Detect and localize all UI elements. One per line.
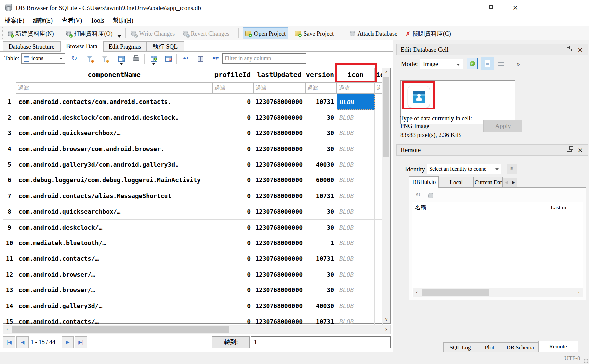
remote-list-hscrollbar[interactable]: ‹ ›	[413, 288, 583, 297]
dock-tab-sql-log[interactable]: SQL Log	[443, 342, 477, 352]
cell-componentName[interactable]: com.debug.loggerui/com.debug.loggerui.Ma…	[16, 172, 212, 188]
cell-version[interactable]: 40030	[305, 298, 337, 314]
cell-version[interactable]: 10731	[305, 251, 337, 267]
open-database-button[interactable]: ▸ 打開資料庫(O)	[64, 27, 123, 39]
cell-componentName[interactable]: com.android.contacts/com.android.contact…	[16, 94, 212, 110]
tab-browse-data[interactable]: Browse Data	[60, 41, 103, 52]
first-record-button[interactable]: |◀	[3, 336, 15, 348]
row-number[interactable]: 2	[3, 110, 16, 125]
column-filter-input[interactable]	[305, 82, 337, 94]
cell-lastUpdated[interactable]: 1230768000000	[253, 94, 305, 110]
cell-lastUpdated[interactable]: 1230768000000	[253, 125, 305, 141]
cell-icon-blob[interactable]: BLOB	[337, 251, 375, 267]
column-header-profileId[interactable]: profileId	[212, 68, 253, 82]
close-panel-icon[interactable]: ×	[577, 44, 583, 55]
column-filter-input[interactable]	[16, 82, 212, 94]
remote-list-hscroll-thumb[interactable]	[422, 289, 489, 296]
cell-partial[interactable]	[375, 251, 383, 267]
cell-icon-blob[interactable]: BLOB	[337, 157, 375, 172]
remote-clone-db-button[interactable]	[427, 190, 436, 199]
tab-scroll-left-icon[interactable]: ◀	[503, 178, 510, 187]
cell-lastUpdated[interactable]: 1230768000000	[253, 267, 305, 282]
cell-version[interactable]: 60000	[305, 172, 337, 188]
cell-profileId[interactable]: 0	[212, 204, 253, 219]
cell-lastUpdated[interactable]: 1230768000000	[253, 204, 305, 219]
revert-changes-button[interactable]: ↶ Revert Changes	[181, 27, 231, 39]
row-number[interactable]: 13	[3, 282, 16, 298]
cell-partial[interactable]	[375, 125, 383, 141]
row-number[interactable]: 5	[3, 157, 16, 172]
close-button[interactable]: ×	[508, 3, 523, 13]
menu-item-4[interactable]: 幫助(H)	[109, 15, 138, 26]
scroll-left-icon[interactable]: ‹	[413, 288, 421, 297]
column-filter-input[interactable]	[337, 82, 374, 94]
cell-icon-blob[interactable]: BLOB	[337, 172, 375, 188]
horizontal-scrollbar[interactable]: ‹ ›	[3, 325, 391, 334]
row-number[interactable]: 14	[3, 298, 16, 314]
cell-profileId[interactable]: 0	[212, 220, 253, 235]
row-number[interactable]: 12	[3, 267, 16, 282]
open-database-dropdown-icon[interactable]	[117, 35, 121, 38]
cell-lastUpdated[interactable]: 1230768000000	[253, 251, 305, 267]
apply-button[interactable]: Apply	[483, 120, 522, 132]
cell-lastUpdated[interactable]: 1230768000000	[253, 220, 305, 235]
mode-selector[interactable]: Image	[420, 59, 463, 69]
row-number[interactable]: 9	[3, 220, 16, 235]
scroll-up-icon[interactable]: ∧	[382, 68, 390, 76]
cell-version[interactable]: 30	[305, 110, 337, 125]
menu-item-3[interactable]: Tools	[86, 15, 109, 26]
import-data-button[interactable]: ▸	[467, 58, 478, 69]
cell-lastUpdated[interactable]: 1230768000000	[253, 282, 305, 298]
cell-componentName[interactable]: com.android.gallery3d/…	[16, 298, 212, 314]
dock-tab-db-schema[interactable]: DB Schema	[502, 342, 538, 352]
cell-version[interactable]: 30	[305, 267, 337, 282]
previous-record-button[interactable]: ◀	[16, 336, 29, 348]
sort-ascending-button[interactable]: A↓	[181, 53, 191, 64]
cell-icon-blob[interactable]: BLOB	[337, 220, 375, 235]
remote-tab-dbhub-io[interactable]: DBHub.io	[409, 176, 439, 188]
delete-record-button[interactable]: ✕	[163, 53, 174, 64]
remote-tab-current-dat[interactable]: Current Dat	[474, 177, 503, 187]
cell-componentName[interactable]: com.android.quicksearchbox/…	[16, 204, 212, 219]
cell-componentName[interactable]: com.android.contacts/alias.MessageShortc…	[16, 188, 212, 204]
cell-profileId[interactable]: 0	[212, 298, 253, 314]
cell-partial[interactable]	[375, 110, 383, 125]
cell-profileId[interactable]: 0	[212, 188, 253, 204]
row-number[interactable]: 4	[3, 141, 16, 157]
cell-version[interactable]: 30	[305, 282, 337, 298]
cell-profileId[interactable]: 0	[212, 157, 253, 172]
encoding-indicator[interactable]: UTF-8	[564, 352, 580, 364]
cell-icon-blob[interactable]: BLOB	[337, 94, 375, 110]
tab-edit-pragmas[interactable]: Edit Pragmas	[103, 41, 146, 51]
cell-version[interactable]: 30	[305, 204, 337, 219]
row-number[interactable]: 1	[3, 94, 16, 110]
cell-icon-blob[interactable]: BLOB	[337, 188, 375, 204]
new-database-button[interactable]: + 新建資料庫(N)	[6, 27, 56, 39]
cell-componentName[interactable]: com.android.browser/com.android.browser.	[16, 141, 212, 157]
goto-record-input[interactable]	[251, 336, 391, 348]
cell-version[interactable]: 30	[305, 220, 337, 235]
vertical-scrollbar[interactable]: ∧ ∨	[382, 68, 390, 323]
cell-partial[interactable]	[375, 204, 383, 219]
dock-tab-plot[interactable]: Plot	[477, 342, 502, 352]
column-filter-input[interactable]	[375, 82, 382, 94]
tab-scroll-right-icon[interactable]: ▶	[510, 178, 517, 187]
save-project-button[interactable]: ▪ Save Project	[293, 27, 336, 39]
cell-icon-blob[interactable]: BLOB	[337, 267, 375, 282]
cell-profileId[interactable]: 0	[212, 267, 253, 282]
cell-lastUpdated[interactable]: 1230768000000	[253, 141, 305, 157]
scroll-left-icon[interactable]: ‹	[3, 325, 12, 334]
cell-profileId[interactable]: 0	[212, 110, 253, 125]
column-header-componentName[interactable]: componentName	[16, 68, 212, 82]
cell-componentName[interactable]: com.android.deskclock/com.android.deskcl…	[16, 110, 212, 125]
cell-componentName[interactable]: com.android.gallery3d/com.android.galler…	[16, 157, 212, 172]
dock-tab-remote[interactable]: Remote	[538, 341, 578, 352]
maximize-button[interactable]	[483, 3, 498, 13]
scroll-down-icon[interactable]: ∨	[382, 315, 390, 323]
cell-componentName[interactable]: com.android.contacts/…	[16, 251, 212, 267]
close-panel-icon[interactable]: ×	[577, 145, 583, 155]
remote-list-header-name[interactable]: 名稱	[412, 204, 426, 211]
cell-componentName[interactable]: com.android.browser/…	[16, 267, 212, 282]
tab-執行-sql[interactable]: 執行 SQL	[146, 41, 184, 51]
cell-componentName[interactable]: com.android.quicksearchbox/…	[16, 125, 212, 141]
